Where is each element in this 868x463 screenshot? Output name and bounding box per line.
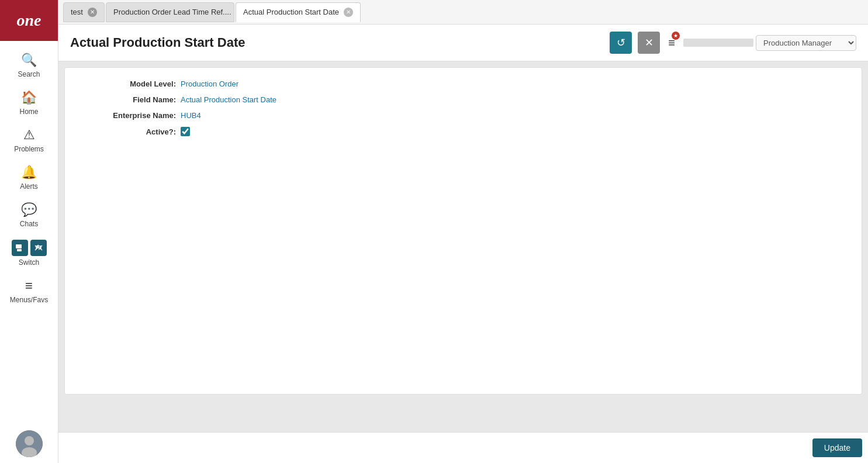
main-area: test ✕ Production Order Lead Time Ref...… <box>58 0 868 463</box>
role-selector-container: Production Manager <box>683 35 856 51</box>
field-name-label: Field Name: <box>82 95 176 104</box>
bell-icon: 🔔 <box>21 165 37 180</box>
app-logo[interactable]: one <box>0 0 58 41</box>
sidebar-item-menus[interactable]: ≡ Menus/Favs <box>0 272 58 310</box>
sidebar-item-switch[interactable]: Switch <box>0 234 58 272</box>
chat-icon: 💬 <box>21 202 37 217</box>
close-icon: ✕ <box>645 36 653 49</box>
update-button[interactable]: Update <box>812 438 862 457</box>
tab-bar: test ✕ Production Order Lead Time Ref...… <box>58 0 868 25</box>
tab-label: Actual Production Start Date <box>243 8 339 16</box>
page-header: Actual Production Start Date ↺ ✕ ≡ ★ Pro… <box>58 25 868 61</box>
sidebar-item-label: Home <box>19 108 38 116</box>
sidebar-item-label: Chats <box>20 220 38 228</box>
enterprise-name-value: HUB4 <box>181 111 201 120</box>
user-name-placeholder <box>683 39 753 47</box>
switch-right-icon <box>30 240 47 256</box>
sidebar-item-problems[interactable]: ⚠ Problems <box>0 122 58 159</box>
sidebar-item-alerts[interactable]: 🔔 Alerts <box>0 159 58 196</box>
avatar[interactable] <box>16 430 43 457</box>
model-level-label: Model Level: <box>82 80 176 88</box>
tab-test[interactable]: test ✕ <box>63 2 105 22</box>
sidebar-bottom <box>16 430 43 463</box>
sidebar-item-home[interactable]: 🏠 Home <box>0 84 58 122</box>
content-footer: Update <box>58 432 868 463</box>
menu-button[interactable]: ≡ ★ <box>666 34 677 52</box>
search-icon: 🔍 <box>21 53 37 68</box>
close-button[interactable]: ✕ <box>638 32 660 54</box>
menu-icon: ≡ <box>25 278 33 293</box>
sidebar-item-chats[interactable]: 💬 Chats <box>0 196 58 234</box>
content-area: Model Level: Production Order Field Name… <box>58 61 868 432</box>
warning-icon: ⚠ <box>23 127 35 143</box>
tab-label: test <box>71 8 83 16</box>
tab-close-actual[interactable]: ✕ <box>344 8 353 17</box>
logo-text: one <box>17 11 42 30</box>
sidebar-item-label: Alerts <box>20 182 38 191</box>
sidebar-item-label: Switch <box>19 258 39 267</box>
sidebar-item-label: Problems <box>14 145 44 153</box>
sidebar-item-label: Menus/Favs <box>10 296 48 304</box>
tab-production-lead[interactable]: Production Order Lead Time Ref.... ✕ <box>106 2 234 22</box>
active-label: Active?: <box>82 127 176 136</box>
content-card: Model Level: Production Order Field Name… <box>64 67 862 395</box>
sidebar-item-label: Search <box>18 70 40 78</box>
refresh-icon: ↺ <box>617 36 625 49</box>
page-title: Actual Production Start Date <box>70 35 604 50</box>
model-level-value: Production Order <box>181 80 238 88</box>
refresh-button[interactable]: ↺ <box>610 32 632 54</box>
tab-close-test[interactable]: ✕ <box>88 8 97 17</box>
svg-rect-0 <box>16 244 22 248</box>
field-name-value: Actual Production Start Date <box>181 95 276 104</box>
form-row-model-level: Model Level: Production Order <box>82 80 844 88</box>
switch-left-icon <box>12 240 28 256</box>
form-row-enterprise: Enterprise Name: HUB4 <box>82 111 844 120</box>
sidebar: one 🔍 Search 🏠 Home ⚠ Problems 🔔 Alerts … <box>0 0 58 463</box>
star-badge: ★ <box>672 32 680 40</box>
svg-rect-1 <box>17 249 22 251</box>
form-row-active: Active?: <box>82 127 844 136</box>
tab-actual[interactable]: Actual Production Start Date ✕ <box>236 2 361 22</box>
sidebar-item-search[interactable]: 🔍 Search <box>0 47 58 84</box>
svg-point-3 <box>25 436 34 445</box>
enterprise-name-label: Enterprise Name: <box>82 111 176 120</box>
form-row-field-name: Field Name: Actual Production Start Date <box>82 95 844 104</box>
role-select[interactable]: Production Manager <box>756 35 856 51</box>
home-icon: 🏠 <box>21 90 37 105</box>
switch-icons-container <box>12 240 47 256</box>
active-checkbox[interactable] <box>181 127 190 136</box>
tab-label: Production Order Lead Time Ref.... <box>113 8 231 16</box>
